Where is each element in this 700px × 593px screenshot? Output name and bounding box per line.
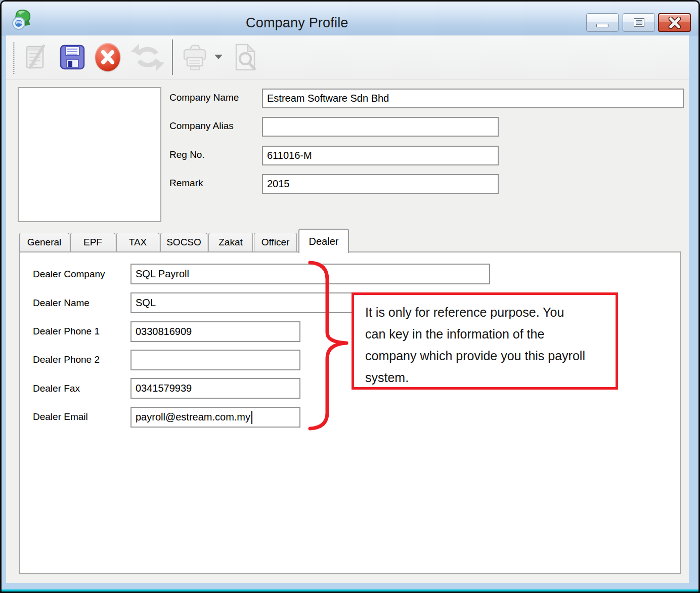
maximize-button[interactable] <box>623 13 655 32</box>
tab-zakat[interactable]: Zakat <box>208 233 253 251</box>
company-name-field[interactable]: Estream Software Sdn Bhd <box>262 89 684 108</box>
save-icon <box>58 43 86 71</box>
remark-value: 2015 <box>267 178 290 190</box>
tab-zakat-label: Zakat <box>218 237 243 248</box>
app-icon <box>10 8 33 31</box>
tab-general-label: General <box>27 237 62 248</box>
tab-dealer-label: Dealer <box>309 236 339 247</box>
reg-no-label: Reg No. <box>169 149 205 160</box>
cancel-icon <box>95 43 120 71</box>
company-name-value: Estream Software Sdn Bhd <box>267 93 389 104</box>
cancel-button[interactable] <box>93 40 122 74</box>
annotation-text: It is only for reference purpose. You ca… <box>365 305 585 385</box>
tab-socso[interactable]: SOCSO <box>160 233 207 251</box>
print-button[interactable] <box>180 40 209 74</box>
save-button[interactable] <box>58 40 87 74</box>
dealer-fax-field[interactable]: 0341579939 <box>130 378 300 399</box>
dealer-fax-label: Dealer Fax <box>33 383 80 394</box>
tab-officer[interactable]: Officer <box>254 233 297 251</box>
dealer-company-value: SQL Payroll <box>136 268 189 280</box>
refresh-button[interactable] <box>129 40 166 74</box>
tab-general[interactable]: General <box>19 233 69 251</box>
minimize-button[interactable] <box>586 13 619 32</box>
edit-button[interactable] <box>21 40 51 74</box>
minimize-icon <box>596 24 608 27</box>
dealer-email-value: payroll@estream.com.my <box>136 411 250 423</box>
tab-officer-label: Officer <box>261 237 290 248</box>
print-dropdown-arrow-icon[interactable] <box>214 55 223 59</box>
tab-tax[interactable]: TAX <box>116 233 159 251</box>
company-profile-window: Company Profile <box>0 0 700 593</box>
maximize-icon <box>634 19 644 26</box>
remark-field[interactable]: 2015 <box>262 174 499 194</box>
tab-socso-label: SOCSO <box>166 237 201 248</box>
dealer-phone1-label: Dealer Phone 1 <box>33 326 100 337</box>
company-logo-box[interactable] <box>18 87 161 222</box>
title-bar[interactable]: Company Profile <box>2 2 698 35</box>
reg-no-field[interactable]: 611016-M <box>262 146 499 165</box>
dealer-phone1-field[interactable]: 0330816909 <box>130 321 300 342</box>
company-alias-field[interactable] <box>262 117 499 137</box>
tab-tax-label: TAX <box>129 237 147 248</box>
tab-dealer[interactable]: Dealer <box>298 229 349 253</box>
annotation-brace <box>303 254 354 436</box>
close-button[interactable] <box>658 13 691 32</box>
print-preview-button[interactable] <box>231 40 260 74</box>
dealer-phone1-value: 0330816909 <box>136 326 192 337</box>
dealer-email-field[interactable]: payroll@estream.com.my <box>130 407 300 428</box>
refresh-icon <box>130 41 165 73</box>
tab-epf[interactable]: EPF <box>70 233 115 251</box>
remark-label: Remark <box>169 178 203 189</box>
window-frame-bottom-edge <box>2 589 698 591</box>
text-cursor <box>251 411 252 424</box>
edit-icon <box>22 43 50 71</box>
dealer-company-label: Dealer Company <box>33 269 105 280</box>
close-icon <box>667 17 682 29</box>
toolbar-separator <box>172 39 173 75</box>
tab-epf-label: EPF <box>83 237 102 248</box>
company-name-label: Company Name <box>169 92 239 103</box>
print-preview-icon <box>232 43 258 72</box>
dealer-fax-value: 0341579939 <box>136 383 192 394</box>
reg-no-value: 611016-M <box>267 150 312 161</box>
toolbar-grip-handle[interactable] <box>13 43 15 74</box>
window-title: Company Profile <box>246 15 348 31</box>
print-icon <box>180 43 209 72</box>
dealer-name-value: SQL <box>136 297 156 309</box>
annotation-callout: It is only for reference purpose. You ca… <box>352 292 618 390</box>
dealer-phone2-field[interactable] <box>130 350 300 370</box>
dealer-name-label: Dealer Name <box>33 298 90 309</box>
company-alias-label: Company Alias <box>169 120 234 132</box>
dealer-email-label: Dealer Email <box>33 411 88 422</box>
dealer-phone2-label: Dealer Phone 2 <box>33 354 100 365</box>
